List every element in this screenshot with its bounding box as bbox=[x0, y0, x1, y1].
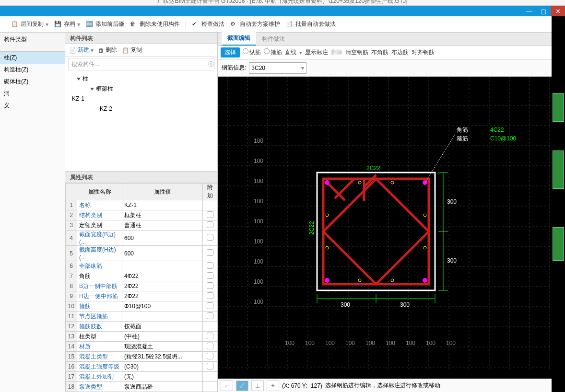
new-button[interactable]: 📄新建 ▾ bbox=[69, 46, 94, 54]
svg-point-47 bbox=[325, 180, 330, 185]
edge-rebar-tool[interactable]: 布边筋 bbox=[391, 48, 409, 57]
show-label-tool[interactable]: 显示标注 bbox=[305, 48, 328, 57]
tab-section-edit[interactable]: 截面编辑 bbox=[222, 32, 256, 46]
tree-sub[interactable]: 框架柱 bbox=[69, 84, 214, 94]
sb-btn-3[interactable]: ⊥ bbox=[251, 380, 264, 391]
select-tool[interactable]: 选择 bbox=[221, 47, 240, 58]
svg-text:100: 100 bbox=[254, 278, 263, 285]
copy-button[interactable]: 📋复制 bbox=[122, 46, 142, 54]
table-row[interactable]: 8B边一侧中部筋2Φ22 bbox=[66, 281, 217, 291]
table-row[interactable]: 6全部纵筋 bbox=[66, 261, 217, 271]
batch-auto-button[interactable]: 📑批量自动套做法 bbox=[284, 19, 338, 29]
svg-point-51 bbox=[358, 181, 361, 184]
left-item[interactable]: 义 bbox=[0, 100, 65, 112]
svg-text:2C22: 2C22 bbox=[308, 221, 315, 235]
svg-text:箍筋: 箍筋 bbox=[457, 135, 468, 142]
align-rebar-tool[interactable]: 对齐钢筋 bbox=[412, 48, 435, 57]
table-row[interactable]: 2结构类别框架柱 bbox=[66, 210, 217, 220]
tree-root[interactable]: 柱 bbox=[69, 74, 214, 84]
ribbon-toolbar: 📋层间复制 ▾ 💾存档 ▾ 🔤添加前后缀 🗑删除未使用构件 ✔检查做法 ⚙自动套… bbox=[0, 16, 552, 33]
svg-text:300: 300 bbox=[400, 301, 410, 308]
svg-point-58 bbox=[424, 246, 426, 249]
table-row[interactable]: 5截面高度(H边)(...600 bbox=[66, 246, 217, 261]
stirrup-radio[interactable]: 箍筋 bbox=[264, 48, 282, 57]
left-item[interactable]: 砌体柱(Z) bbox=[0, 76, 65, 88]
search-clear-icon[interactable]: ⓧ bbox=[208, 60, 214, 69]
left-item[interactable]: 洞 bbox=[0, 88, 65, 100]
line-tool[interactable]: 直线 bbox=[285, 48, 296, 57]
delete-button[interactable]: 🗑删除 bbox=[98, 46, 117, 54]
table-row[interactable]: 12箍筋肢数按截面 bbox=[66, 322, 217, 332]
table-row[interactable]: 16混凝土强度等级(C30) bbox=[66, 362, 217, 372]
svg-point-50 bbox=[423, 278, 427, 283]
svg-text:100: 100 bbox=[426, 340, 436, 346]
rebar-info-label: 钢筋信息: bbox=[222, 64, 246, 72]
svg-text:100: 100 bbox=[446, 340, 456, 346]
svg-text:100: 100 bbox=[254, 218, 263, 225]
table-row[interactable]: 1名称KZ-1 bbox=[66, 200, 217, 210]
table-row[interactable]: 18泵送类型泵送商品砼 bbox=[66, 382, 217, 392]
left-item[interactable]: 构造柱(Z) bbox=[0, 64, 65, 76]
svg-text:100: 100 bbox=[254, 178, 263, 184]
table-row[interactable]: 13柱类型(中柱) bbox=[66, 332, 217, 342]
svg-text:100: 100 bbox=[365, 340, 375, 346]
table-row[interactable]: 17混凝土外加剂(无) bbox=[66, 372, 217, 382]
tree-item-kz2[interactable]: KZ-2 bbox=[69, 104, 214, 114]
check-button[interactable]: ✔检查做法 bbox=[190, 19, 226, 29]
section-canvas[interactable]: 角筋 箍筋 4C22 C10@100 2C22 2C22 300 300 300… bbox=[218, 77, 552, 379]
maximize-button[interactable]: ▢ bbox=[536, 6, 551, 16]
sb-btn-2[interactable]: ／ bbox=[236, 380, 248, 391]
svg-text:100: 100 bbox=[254, 138, 263, 144]
table-row[interactable]: 9H边一侧中部筋2Φ22 bbox=[66, 291, 217, 301]
svg-point-49 bbox=[325, 278, 330, 283]
rebar-info-input[interactable]: 3C20▾ bbox=[249, 62, 306, 74]
del-tool[interactable]: 删除 bbox=[331, 48, 342, 57]
add-prefix-button[interactable]: 🔤添加前后缀 bbox=[84, 19, 126, 29]
svg-point-57 bbox=[424, 214, 426, 217]
layer-copy-icon: 📋 bbox=[11, 21, 19, 28]
svg-text:300: 300 bbox=[447, 198, 457, 205]
delete-icon: 🗑 bbox=[98, 47, 104, 54]
table-row[interactable]: 7角筋4Φ22 bbox=[66, 271, 217, 281]
chevron-down-icon[interactable]: ▾ bbox=[301, 65, 304, 71]
svg-text:100: 100 bbox=[345, 340, 355, 346]
tree-item-kz1[interactable]: KZ-1 bbox=[69, 94, 214, 104]
long-rebar-radio[interactable]: 纵筋 bbox=[243, 48, 261, 57]
layer-copy-button[interactable]: 📋层间复制 ▾ bbox=[9, 19, 50, 29]
svg-point-52 bbox=[391, 181, 394, 184]
canvas-svg: 角筋 箍筋 4C22 C10@100 2C22 2C22 300 300 300… bbox=[218, 77, 552, 369]
table-row[interactable]: 10箍筋Φ10@100 bbox=[66, 301, 217, 311]
table-row[interactable]: 11节点区箍筋 bbox=[66, 311, 217, 322]
del-unused-button[interactable]: 🗑删除未使用构件 bbox=[128, 19, 182, 29]
status-bar: ⌐ ／ ⊥ ✦ (X: 670 Y: -127) 选择钢筋进行编辑，选择标注进行… bbox=[218, 379, 552, 392]
save-button[interactable]: 💾存档 ▾ bbox=[52, 19, 82, 29]
table-row[interactable]: 3定额类别普通柱 bbox=[66, 220, 217, 231]
svg-text:100: 100 bbox=[254, 299, 263, 305]
svg-text:100: 100 bbox=[386, 340, 395, 346]
batch-icon: 📑 bbox=[286, 21, 294, 28]
sb-btn-4[interactable]: ✦ bbox=[267, 380, 279, 391]
left-item[interactable]: 柱(Z) bbox=[0, 52, 65, 64]
attribute-table: 属性名称 属性值 附加 1名称KZ-12结构类别框架柱3定额类别普通柱4截面宽度… bbox=[65, 183, 217, 392]
background-viewport bbox=[552, 16, 565, 392]
svg-text:2C22: 2C22 bbox=[366, 165, 380, 172]
svg-point-53 bbox=[358, 279, 361, 282]
section-toolbar: 选择 纵筋 箍筋 直线▾ 显示标注 删除 清空钢筋 布角筋 布边筋 对齐钢筋 bbox=[218, 46, 552, 59]
table-row[interactable]: 4截面宽度(B边)(...600 bbox=[66, 231, 217, 246]
auto-maintain-button[interactable]: ⚙自动套方案维护 bbox=[228, 19, 282, 29]
attribute-list-title: 属性列表 bbox=[65, 172, 217, 183]
table-row[interactable]: 15混凝土类型(粒径31.5砼32.5级坍... bbox=[66, 352, 217, 362]
tab-method[interactable]: 构件做法 bbox=[256, 33, 291, 46]
check-icon: ✔ bbox=[192, 21, 200, 28]
clear-rebar-tool[interactable]: 清空钢筋 bbox=[345, 48, 368, 57]
svg-text:C10@100: C10@100 bbox=[490, 135, 517, 142]
corner-rebar-tool[interactable]: 布角筋 bbox=[371, 48, 388, 57]
close-button[interactable]: ✕ bbox=[551, 6, 565, 16]
svg-text:角筋: 角筋 bbox=[457, 127, 468, 133]
search-input[interactable]: 搜索构件...ⓧ bbox=[68, 58, 214, 70]
minimize-button[interactable]: — bbox=[522, 6, 536, 16]
svg-text:100: 100 bbox=[406, 340, 415, 346]
sb-btn-1[interactable]: ⌐ bbox=[221, 380, 233, 391]
rebar-info-bar: 钢筋信息: 3C20▾ bbox=[218, 59, 552, 77]
table-row[interactable]: 14材质现浇混凝土 bbox=[66, 342, 217, 352]
